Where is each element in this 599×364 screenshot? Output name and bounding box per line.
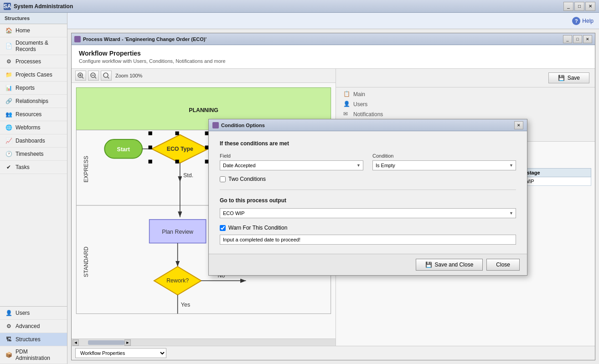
- bottom-dropdown[interactable]: Workflow Properties Stage Properties Con…: [75, 348, 166, 358]
- help-icon: ?: [572, 17, 580, 25]
- help-label: Help: [582, 18, 594, 24]
- cd-output-select[interactable]: ECO WIP ECO Complete ECO Rejected: [220, 208, 516, 218]
- cd-condition-select-wrapper: Is Empty Is Not Empty Contains Equals: [372, 160, 516, 170]
- pw-controls: _ □ ✕: [563, 35, 592, 43]
- help-button[interactable]: ? Help: [572, 17, 594, 25]
- sidebar-item-resources[interactable]: 👥 Resources: [0, 108, 67, 121]
- processes-icon: ⚙: [5, 57, 13, 66]
- sidebar-header: Structures: [0, 13, 67, 24]
- home-icon: 🏠: [5, 26, 13, 35]
- cd-condition-select[interactable]: Is Empty Is Not Empty Contains Equals: [372, 160, 516, 170]
- save-button[interactable]: 💾 Save: [548, 72, 589, 83]
- sidebar-item-label: Resources: [15, 111, 41, 118]
- cd-output-select-wrapper: ECO WIP ECO Complete ECO Rejected: [220, 208, 516, 218]
- save-and-close-button[interactable]: 💾 Save and Close: [416, 259, 483, 271]
- sidebar-item-label: Documents & Records: [15, 40, 62, 52]
- svg-rect-22: [175, 160, 179, 164]
- close-label: Close: [496, 261, 510, 268]
- app-title: System Administration: [14, 3, 563, 10]
- scroll-right-button[interactable]: ►: [124, 339, 131, 346]
- diagram-toolbar: Zoom 100%: [72, 69, 336, 83]
- cd-warn-row: Warn For This Condition: [220, 225, 516, 231]
- reports-icon: 📊: [5, 84, 13, 92]
- sidebar: Structures 🏠 Home 📄 Documents & Records …: [0, 13, 67, 364]
- process-wizard-window: Process Wizard - 'Engineering Change Ord…: [71, 33, 595, 360]
- maximize-button[interactable]: □: [574, 2, 584, 11]
- close-dialog-button[interactable]: Close: [486, 259, 520, 271]
- tasks-icon: ✔: [5, 163, 13, 171]
- two-conditions-checkbox[interactable]: [220, 176, 226, 182]
- pw-minimize-button[interactable]: _: [563, 35, 572, 43]
- cd-body: If these conditions are met Field Date A…: [209, 131, 527, 254]
- warn-text-input[interactable]: [220, 235, 516, 245]
- sidebar-item-structures[interactable]: 🏗 Structures: [0, 333, 67, 346]
- svg-line-3: [82, 77, 83, 78]
- svg-rect-19: [149, 160, 152, 164]
- sidebar-item-processes[interactable]: ⚙ Processes: [0, 55, 67, 68]
- scroll-thumb[interactable]: [88, 340, 124, 345]
- warn-checkbox[interactable]: [220, 225, 226, 231]
- dashboards-icon: 📈: [5, 137, 13, 145]
- cd-field-label: Field: [220, 153, 363, 159]
- sidebar-item-projects-cases[interactable]: 📁 Projects Cases: [0, 68, 67, 82]
- save-close-label: Save and Close: [435, 261, 474, 268]
- sidebar-item-reports[interactable]: 📊 Reports: [0, 82, 67, 95]
- standard-label: STANDARD: [83, 246, 89, 277]
- nav-item-notifications[interactable]: ✉ Notifications: [340, 109, 591, 119]
- pw-body: Zoom 100% PLANNING: [72, 69, 595, 346]
- scroll-right-arrow[interactable]: ►: [124, 339, 131, 346]
- sidebar-item-tasks[interactable]: ✔ Tasks: [0, 161, 67, 174]
- sidebar-item-label: Projects Cases: [15, 72, 52, 78]
- app-icon: SA: [4, 3, 11, 10]
- nav-label: Users: [353, 101, 367, 108]
- sidebar-item-webforms[interactable]: 🌐 Webforms: [0, 121, 67, 134]
- cd-field-row: Field Date Accepted ECO Type Status: [220, 153, 516, 170]
- wf-title: Workflow Properties: [79, 50, 588, 57]
- sidebar-item-pdm[interactable]: 📦 PDM Administration: [0, 346, 67, 364]
- scroll-left-button[interactable]: ◄: [72, 339, 79, 346]
- sidebar-item-label: PDM Administration: [15, 349, 62, 361]
- cd-section-title: If these conditions are met: [220, 140, 516, 147]
- cd-condition-label: Condition: [372, 153, 516, 159]
- cd-footer: 💾 Save and Close Close: [209, 254, 527, 275]
- projects-icon: 📁: [5, 71, 13, 79]
- pw-title: Process Wizard - 'Engineering Change Ord…: [83, 36, 563, 42]
- advanced-icon: ⚙: [5, 322, 13, 330]
- svg-text:Yes: Yes: [181, 302, 190, 308]
- sidebar-item-dashboards[interactable]: 📈 Dashboards: [0, 134, 67, 148]
- zoom-out-button[interactable]: [88, 71, 99, 81]
- cd-title-bar: Condition Options ✕: [209, 119, 527, 131]
- scroll-left-arrow[interactable]: ◄: [72, 339, 79, 346]
- sidebar-item-label: Dashboards: [15, 138, 45, 144]
- sidebar-item-home[interactable]: 🏠 Home: [0, 24, 67, 37]
- condition-options-dialog: Condition Options ✕ If these conditions …: [208, 119, 527, 276]
- close-button[interactable]: ✕: [585, 2, 595, 11]
- cd-close-button[interactable]: ✕: [514, 121, 523, 129]
- zoom-fit-button[interactable]: [101, 71, 112, 81]
- relationships-icon: 🔗: [5, 97, 13, 105]
- nav-item-main[interactable]: 📋 Main: [340, 89, 591, 99]
- sidebar-item-relationships[interactable]: 🔗 Relationships: [0, 95, 67, 108]
- sidebar-item-users[interactable]: 👤 Users: [0, 307, 67, 320]
- svg-rect-21: [175, 131, 179, 135]
- pw-close-button[interactable]: ✕: [583, 35, 592, 43]
- webforms-icon: 🌐: [5, 123, 13, 132]
- svg-rect-17: [149, 131, 152, 135]
- cd-divider: [220, 190, 516, 190]
- sidebar-item-label: Reports: [15, 85, 35, 91]
- cd-field-select[interactable]: Date Accepted ECO Type Status: [220, 160, 363, 170]
- diagram-scrollbar-x[interactable]: ◄ ►: [72, 338, 336, 346]
- pdm-icon: 📦: [5, 351, 13, 359]
- zoom-in-button[interactable]: [75, 71, 86, 81]
- pw-maximize-button[interactable]: □: [573, 35, 582, 43]
- pw-bottom-bar: Workflow Properties Stage Properties Con…: [72, 346, 595, 360]
- nav-item-users[interactable]: 👤 Users: [340, 99, 591, 109]
- sidebar-item-documents[interactable]: 📄 Documents & Records: [0, 37, 67, 55]
- sidebar-item-advanced[interactable]: ⚙ Advanced: [0, 320, 67, 333]
- minimize-button[interactable]: _: [563, 2, 573, 11]
- timesheets-icon: 🕐: [5, 150, 13, 158]
- sidebar-item-label: Users: [15, 310, 30, 316]
- sidebar-item-timesheets[interactable]: 🕐 Timesheets: [0, 148, 67, 161]
- nav-label: Main: [353, 91, 365, 97]
- cd-two-conditions-row: Two Conditions: [220, 176, 516, 182]
